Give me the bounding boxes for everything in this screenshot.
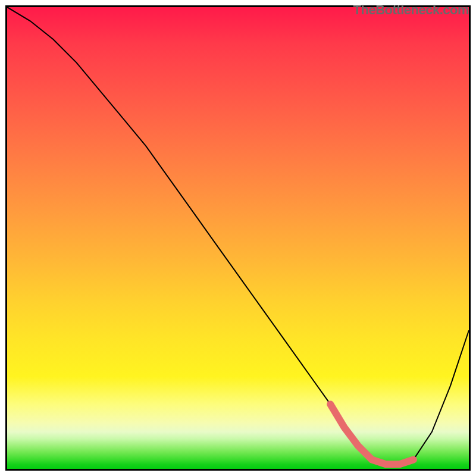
curve-trough-highlight <box>330 404 414 464</box>
watermark-text: TheBottleneck.com <box>353 2 469 18</box>
curve-line <box>7 7 469 464</box>
plot-area <box>7 7 469 469</box>
bottleneck-curve <box>7 7 469 469</box>
chart-root: TheBottleneck.com <box>0 0 476 476</box>
